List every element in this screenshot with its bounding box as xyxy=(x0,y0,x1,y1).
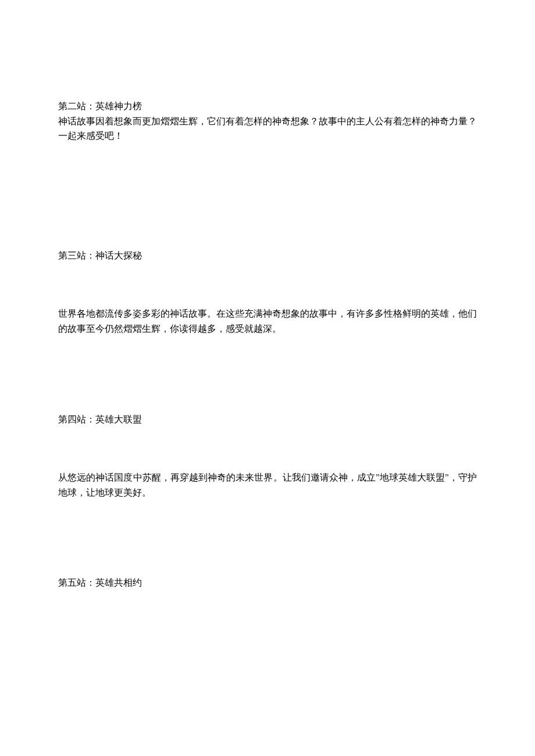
spacer xyxy=(58,427,477,470)
section-title: 第五站：英雄共相约 xyxy=(58,575,477,590)
spacer xyxy=(58,144,477,248)
section-title: 第三站：神话大探秘 xyxy=(58,248,477,263)
section-station-4: 第四站：英雄大联盟 从悠远的神话国度中苏醒，再穿越到神奇的未来世界。让我们邀请众… xyxy=(58,412,477,500)
section-title: 第二站：英雄神力榜 xyxy=(58,99,477,114)
spacer xyxy=(58,336,477,412)
spacer xyxy=(58,263,477,306)
section-station-2: 第二站：英雄神力榜 神话故事因着想象而更加熠熠生辉，它们有着怎样的神奇想象？故事… xyxy=(58,99,477,144)
section-station-5: 第五站：英雄共相约 xyxy=(58,575,477,590)
section-body: 从悠远的神话国度中苏醒，再穿越到神奇的未来世界。让我们邀请众神，成立"地球英雄大… xyxy=(58,470,477,500)
section-station-3: 第三站：神话大探秘 世界各地都流传多姿多彩的神话故事。在这些充满神奇想象的故事中… xyxy=(58,248,477,336)
spacer xyxy=(58,500,477,575)
section-body: 世界各地都流传多姿多彩的神话故事。在这些充满神奇想象的故事中，有许多多性格鲜明的… xyxy=(58,306,477,336)
section-title: 第四站：英雄大联盟 xyxy=(58,412,477,427)
section-body: 神话故事因着想象而更加熠熠生辉，它们有着怎样的神奇想象？故事中的主人公有着怎样的… xyxy=(58,114,477,144)
